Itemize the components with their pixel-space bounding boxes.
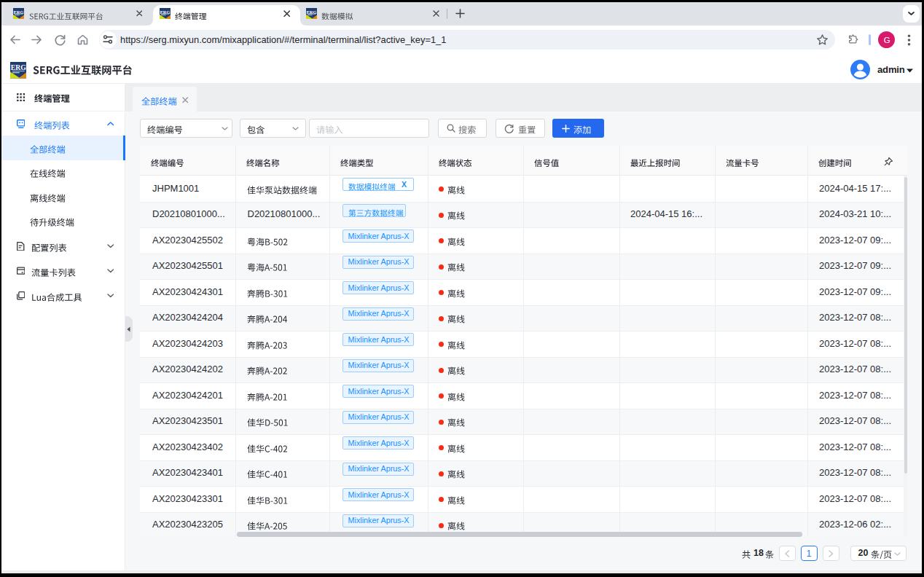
svg-text:ERG: ERG xyxy=(10,63,26,71)
svg-text:ERG: ERG xyxy=(14,9,24,15)
svg-text:ERG: ERG xyxy=(160,9,171,14)
svg-text:ERG: ERG xyxy=(307,9,317,15)
